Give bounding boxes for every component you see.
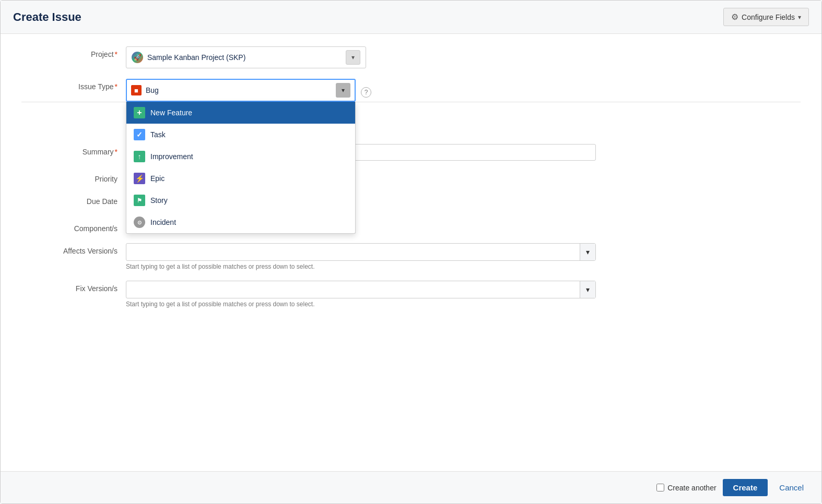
configure-fields-label: Configure Fields bbox=[742, 13, 795, 21]
affects-version-hint: Start typing to get a list of possible m… bbox=[126, 263, 801, 270]
story-icon: ⚑ bbox=[134, 195, 145, 206]
issue-type-dropdown-arrow[interactable]: ▾ bbox=[336, 83, 350, 98]
dropdown-item-label: Task bbox=[150, 130, 166, 139]
create-another-label: Create another bbox=[667, 484, 716, 492]
gear-icon: ⚙ bbox=[731, 12, 738, 22]
improvement-icon: ↑ bbox=[134, 151, 145, 162]
dropdown-item-incident[interactable]: ⊙ Incident bbox=[126, 211, 355, 233]
dropdown-item-task[interactable]: ✓ Task bbox=[126, 124, 355, 146]
project-label: Project* bbox=[21, 46, 126, 58]
issue-type-select[interactable]: ■ Bug ▾ bbox=[126, 79, 356, 102]
issue-type-row: Issue Type* ■ Bug ▾ ? + New Feature bbox=[21, 79, 801, 102]
chevron-down-icon: ▾ bbox=[798, 14, 801, 21]
summary-label: Summary* bbox=[21, 144, 126, 156]
components-label: Component/s bbox=[21, 221, 126, 233]
dropdown-item-story[interactable]: ⚑ Story bbox=[126, 189, 355, 211]
dropdown-item-label: Story bbox=[150, 196, 168, 205]
required-indicator: * bbox=[115, 148, 118, 156]
affects-version-row: Affects Version/s ▾ Start typing to get … bbox=[21, 243, 801, 270]
task-icon: ✓ bbox=[134, 129, 145, 140]
create-button[interactable]: Create bbox=[723, 479, 768, 496]
issue-type-label: Issue Type* bbox=[21, 79, 126, 91]
epic-icon: ⚡ bbox=[134, 173, 145, 184]
issue-type-name: Bug bbox=[146, 86, 332, 94]
fix-version-label: Fix Version/s bbox=[21, 281, 126, 293]
dropdown-item-label: Incident bbox=[150, 218, 176, 226]
required-indicator: * bbox=[115, 50, 118, 58]
modal-footer: Create another Create Cancel bbox=[1, 471, 821, 503]
dropdown-item-label: New Feature bbox=[150, 109, 192, 117]
issue-type-dropdown: + New Feature ✓ Task ↑ Improvement ⚡ Epi… bbox=[126, 102, 356, 234]
affects-version-control-wrap: ▾ Start typing to get a list of possible… bbox=[126, 243, 801, 270]
affects-version-label: Affects Version/s bbox=[21, 243, 126, 255]
project-icon: 🚀 bbox=[132, 52, 143, 63]
dropdown-item-epic[interactable]: ⚡ Epic bbox=[126, 167, 355, 189]
cancel-button[interactable]: Cancel bbox=[774, 479, 809, 496]
required-indicator: * bbox=[115, 82, 118, 91]
project-dropdown-arrow[interactable]: ▾ bbox=[346, 50, 360, 65]
modal-title: Create Issue bbox=[13, 10, 81, 24]
modal-body: Project* 🚀 Sample Kanban Project (SKP) ▾… bbox=[1, 34, 821, 471]
dropdown-item-improvement[interactable]: ↑ Improvement bbox=[126, 146, 355, 167]
priority-label: Priority bbox=[21, 171, 126, 183]
create-issue-modal: Create Issue ⚙ Configure Fields ▾ Projec… bbox=[0, 0, 822, 504]
affects-version-arrow[interactable]: ▾ bbox=[580, 244, 595, 260]
fix-version-input[interactable] bbox=[126, 282, 580, 297]
fix-version-hint: Start typing to get a list of possible m… bbox=[126, 301, 801, 308]
create-another-checkbox[interactable] bbox=[656, 484, 664, 491]
fix-version-row: Fix Version/s ▾ Start typing to get a li… bbox=[21, 281, 801, 308]
incident-icon: ⊙ bbox=[134, 217, 145, 228]
fix-version-select[interactable]: ▾ bbox=[126, 281, 596, 298]
fix-version-arrow[interactable]: ▾ bbox=[580, 281, 595, 298]
project-control-wrap: 🚀 Sample Kanban Project (SKP) ▾ bbox=[126, 46, 801, 68]
new-feature-icon: + bbox=[134, 107, 145, 118]
modal-header: Create Issue ⚙ Configure Fields ▾ bbox=[1, 1, 821, 34]
dropdown-item-label: Improvement bbox=[150, 152, 193, 161]
issue-type-control-wrap: ■ Bug ▾ ? + New Feature ✓ Task bbox=[126, 79, 801, 102]
dropdown-item-label: Epic bbox=[150, 174, 165, 183]
create-another-checkbox-wrap[interactable]: Create another bbox=[656, 484, 716, 492]
project-select[interactable]: 🚀 Sample Kanban Project (SKP) ▾ bbox=[126, 46, 366, 68]
bug-icon: ■ bbox=[131, 85, 142, 95]
help-icon[interactable]: ? bbox=[361, 87, 371, 98]
due-date-label: Due Date bbox=[21, 194, 126, 206]
fix-version-control-wrap: ▾ Start typing to get a list of possible… bbox=[126, 281, 801, 308]
configure-fields-button[interactable]: ⚙ Configure Fields ▾ bbox=[723, 8, 809, 26]
dropdown-item-new-feature[interactable]: + New Feature bbox=[126, 102, 355, 124]
affects-version-input[interactable] bbox=[126, 244, 580, 260]
project-name: Sample Kanban Project (SKP) bbox=[147, 53, 342, 62]
affects-version-select[interactable]: ▾ bbox=[126, 243, 596, 261]
project-row: Project* 🚀 Sample Kanban Project (SKP) ▾ bbox=[21, 46, 801, 68]
